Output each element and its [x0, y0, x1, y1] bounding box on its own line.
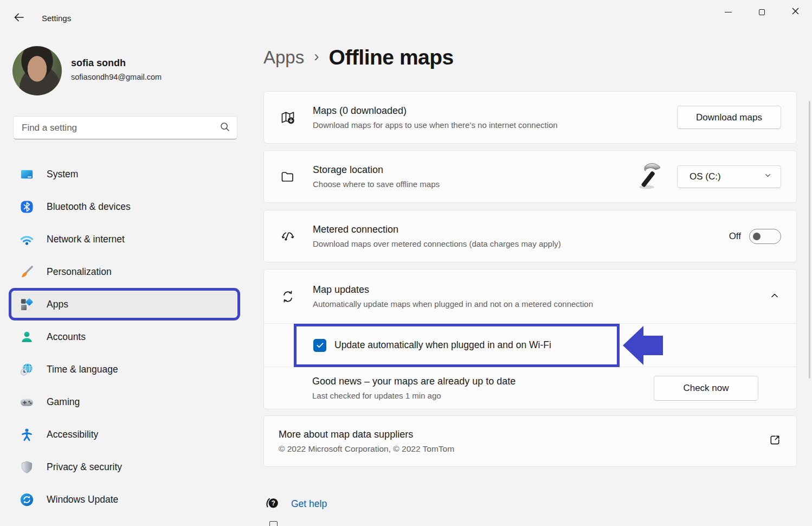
windows-update-icon: [20, 492, 34, 507]
sidebar-item-apps[interactable]: Apps: [12, 291, 237, 317]
get-help-link[interactable]: ? Get help: [265, 496, 327, 512]
bluetooth-icon: [20, 200, 34, 214]
sidebar-item-label: Accounts: [47, 331, 86, 343]
sidebar-item-label: Accessibility: [47, 429, 98, 440]
get-help-label: Get help: [291, 498, 327, 510]
update-auto-row: Update automatically when plugged in and…: [264, 324, 796, 367]
settings-window: { "titlebar": { "title": "Settings" }, "…: [0, 0, 812, 526]
metered-toggle[interactable]: [749, 229, 781, 244]
minimize-icon: [725, 12, 732, 12]
map-updates-subtitle: Automatically update maps when plugged i…: [313, 299, 769, 309]
svg-text:?: ?: [272, 499, 275, 507]
update-auto-checkbox[interactable]: [313, 339, 326, 352]
update-status-subtitle: Last checked for updates 1 min ago: [312, 391, 654, 400]
sidebar-item-gaming[interactable]: Gaming: [12, 389, 237, 415]
sidebar-item-personalization[interactable]: Personalization: [12, 259, 237, 285]
apps-icon: [20, 297, 34, 312]
checkmark-icon: [316, 341, 324, 349]
maps-card: Maps (0 downloaded) Download maps for ap…: [263, 91, 797, 144]
give-feedback-icon[interactable]: [269, 521, 278, 526]
avatar[interactable]: [12, 46, 62, 95]
sidebar-item-system[interactable]: System: [12, 161, 237, 187]
window-title: Settings: [42, 14, 71, 23]
sidebar-item-bluetooth-devices[interactable]: Bluetooth & devices: [12, 194, 237, 220]
system-icon: [20, 167, 34, 182]
sidebar-item-label: Personalization: [47, 266, 112, 278]
sidebar-item-accounts[interactable]: Accounts: [12, 324, 237, 350]
check-now-button[interactable]: Check now: [654, 376, 758, 401]
help-question-icon: ?: [265, 496, 280, 512]
storage-subtitle: Choose where to save offline maps: [313, 179, 635, 189]
hammer-cursor-image: [635, 161, 662, 193]
search-box[interactable]: [13, 116, 237, 139]
privacy-icon: [20, 460, 34, 474]
breadcrumb-apps-link[interactable]: Apps: [263, 47, 304, 68]
time-language-icon: [20, 362, 34, 377]
suppliers-title: More about map data suppliers: [279, 429, 769, 440]
back-arrow-icon: [12, 11, 25, 26]
sidebar-item-time-language[interactable]: Time & language: [12, 356, 237, 382]
sidebar-item-label: Bluetooth & devices: [47, 201, 131, 213]
sidebar-item-accessibility[interactable]: Accessibility: [12, 421, 237, 447]
metered-subtitle: Download maps over metered connections (…: [313, 239, 729, 248]
storage-drive-value: OS (C:): [689, 171, 721, 182]
suppliers-copyright: © 2022 Microsoft Corporation, © 2022 Tom…: [279, 444, 769, 454]
search-icon: [220, 121, 230, 134]
window-controls: [711, 0, 812, 24]
maps-title: Maps (0 downloaded): [313, 105, 677, 117]
sidebar-item-label: Privacy & security: [47, 461, 122, 473]
toggle-knob: [753, 233, 761, 240]
download-maps-button[interactable]: Download maps: [677, 106, 781, 129]
map-updates-card: Map updates Automatically update maps wh…: [263, 269, 797, 409]
maps-subtitle: Download maps for apps to use when there…: [313, 120, 677, 130]
user-name: sofia sondh: [71, 57, 126, 69]
offline-map-icon: [280, 110, 296, 126]
map-updates-title: Map updates: [313, 284, 769, 296]
metered-title: Metered connection: [313, 224, 729, 235]
update-status-title: Good news – your maps are already up to …: [312, 376, 654, 387]
folder-icon: [280, 169, 296, 185]
gauge-icon: [280, 228, 296, 245]
sidebar-item-network-internet[interactable]: Network & internet: [12, 226, 237, 252]
close-button[interactable]: [778, 0, 812, 24]
sidebar-item-label: Gaming: [47, 396, 80, 408]
chevron-up-icon[interactable]: [769, 290, 780, 303]
update-status-row: Good news – your maps are already up to …: [264, 367, 796, 409]
accessibility-icon: [20, 427, 34, 442]
close-icon: [792, 7, 799, 17]
sidebar-item-privacy-security[interactable]: Privacy & security: [12, 454, 237, 480]
chevron-down-icon: [764, 171, 772, 182]
storage-location-card: Storage location Choose where to save of…: [263, 150, 797, 203]
back-button[interactable]: [11, 11, 27, 26]
search-input[interactable]: [22, 123, 220, 133]
minimize-button[interactable]: [711, 0, 745, 24]
breadcrumb: Apps › Offline maps: [263, 46, 454, 69]
sidebar-nav: System Bluetooth & devices Network & int…: [12, 161, 237, 519]
annotation-highlight-box: Update automatically when plugged in and…: [294, 324, 620, 367]
network-icon: [20, 232, 34, 247]
sidebar-item-label: Apps: [47, 299, 68, 310]
map-updates-header[interactable]: Map updates Automatically update maps wh…: [264, 270, 796, 324]
maximize-button[interactable]: [745, 0, 778, 24]
storage-drive-select[interactable]: OS (C:): [677, 165, 781, 188]
breadcrumb-separator-icon: ›: [314, 48, 319, 65]
vertical-scrollbar[interactable]: [809, 101, 810, 379]
accounts-icon: [20, 330, 34, 344]
suppliers-card[interactable]: More about map data suppliers © 2022 Mic…: [263, 415, 797, 467]
page-title: Offline maps: [329, 46, 454, 69]
external-link-icon[interactable]: [769, 434, 781, 448]
sidebar-item-label: Network & internet: [47, 234, 125, 245]
storage-title: Storage location: [313, 164, 635, 176]
sync-icon: [280, 288, 296, 305]
update-auto-checkbox-label[interactable]: Update automatically when plugged in and…: [334, 339, 551, 351]
sidebar-item-label: System: [47, 169, 78, 180]
user-email: sofiasondh94@gmail.com: [71, 73, 162, 81]
sidebar-item-label: Windows Update: [47, 494, 118, 505]
annotation-arrow-icon: [623, 326, 663, 365]
maximize-icon: [759, 9, 765, 15]
personalization-icon: [20, 265, 34, 279]
sidebar-item-label: Time & language: [47, 364, 118, 375]
gaming-icon: [20, 395, 34, 409]
metered-connection-card: Metered connection Download maps over me…: [263, 210, 797, 262]
sidebar-item-windows-update[interactable]: Windows Update: [12, 486, 237, 512]
